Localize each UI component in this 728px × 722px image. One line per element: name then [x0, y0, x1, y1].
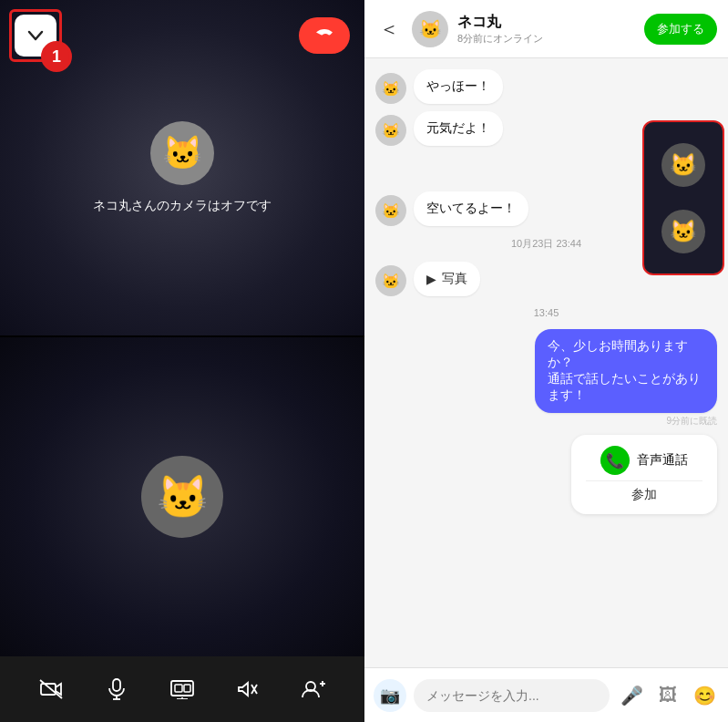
speaker-mute-icon [237, 679, 259, 699]
camera-off-label: ネコ丸さんのカメラはオフです [93, 198, 272, 214]
add-person-icon [302, 679, 325, 699]
join-call-label[interactable]: 参加 [631, 487, 657, 503]
chat-input-bar: 📷 🎤 🖼 😊 [364, 667, 728, 722]
overlay-avatar-2: 🐱 [661, 210, 705, 253]
message-bubble: 空いてるよー！ [414, 191, 528, 226]
screen-share-icon [170, 679, 194, 699]
remote-video: 1 🐱 ネコ丸さんのカメラはオフです [0, 0, 364, 337]
msg-avatar: 🐱 [375, 265, 406, 296]
msg-avatar: 🐱 [375, 195, 406, 226]
contact-status: 8分前にオンライン [457, 32, 635, 46]
chat-body: 🐱 やっほー！ 🐱 元気だよ！ 今度の 🐱 空いてるよー！ 10月23日 23:… [364, 58, 728, 667]
message-bubble-photo: ▶ 写真 [414, 262, 480, 296]
screen-share-button[interactable] [162, 669, 202, 709]
local-video: 🐱 [0, 337, 364, 656]
svg-rect-2 [113, 679, 120, 691]
svg-marker-10 [239, 683, 248, 696]
audio-call-row[interactable]: 📞 音声通話 [600, 446, 688, 475]
chevron-btn-wrapper: 1 [15, 15, 56, 57]
local-avatar: 🐱 [141, 456, 223, 538]
contact-avatar: 🐱 [412, 11, 448, 47]
svg-rect-0 [41, 684, 56, 695]
svg-rect-7 [184, 685, 190, 692]
message-bubble: 元気だよ！ [414, 111, 503, 146]
microphone-button[interactable] [97, 669, 137, 709]
divider [586, 480, 702, 481]
message-input[interactable] [414, 679, 610, 712]
camera-input-button[interactable]: 📷 [374, 679, 406, 712]
mic-input-button[interactable]: 🎤 [617, 681, 646, 710]
msg-avatar: 🐱 [375, 115, 406, 146]
chat-header: ＜ 🐱 ネコ丸 8分前にオンライン 参加する [364, 0, 728, 58]
call-card: 📞 音声通話 参加 [571, 435, 717, 514]
read-status: 9分前に既読 [666, 415, 717, 428]
message-text: 空いてるよー！ [426, 201, 516, 215]
image-input-button[interactable]: 🖼 [653, 681, 682, 710]
left-panel: 1 🐱 ネコ丸さんのカメラはオフです 🐱 [0, 0, 364, 722]
video-overlay: 🐱 🐱 2 [642, 120, 724, 275]
message-text: 元気だよ！ [426, 120, 490, 135]
message-bubble: やっほー！ [414, 69, 503, 104]
remote-avatar: 🐱 [150, 121, 214, 185]
mic-icon [108, 678, 125, 700]
overlay-avatar-1: 🐱 [661, 143, 705, 187]
right-panel: ＜ 🐱 ネコ丸 8分前にオンライン 参加する 🐱 やっほー！ 🐱 元気だよ！ [364, 0, 728, 722]
contact-info: ネコ丸 8分前にオンライン [457, 13, 635, 46]
camera-toggle-button[interactable] [31, 669, 71, 709]
message-text: 写真 [442, 271, 467, 287]
add-person-button[interactable] [293, 669, 333, 709]
message-row: 今、少しお時間ありますか？通話で話したいことがあります！ 9分前に既読 [375, 329, 717, 428]
audio-call-label: 音声通話 [637, 452, 688, 469]
message-text: 今、少しお時間ありますか？通話で話したいことがあります！ [548, 338, 701, 402]
svg-line-1 [40, 680, 62, 698]
sticker-input-button[interactable]: 😊 [690, 681, 719, 710]
sent-message-bubble: 今、少しお時間ありますか？通話で話したいことがあります！ [535, 329, 717, 413]
play-icon: ▶ [426, 272, 436, 286]
end-call-icon [314, 26, 334, 46]
contact-name: ネコ丸 [457, 13, 635, 32]
cat-emoji-remote: 🐱 [162, 134, 203, 172]
message-text: やっほー！ [426, 78, 490, 93]
call-card-wrapper: 📞 音声通話 参加 [375, 435, 717, 514]
timestamp-2: 13:45 [375, 307, 717, 318]
back-button[interactable]: ＜ [375, 12, 403, 46]
audio-call-icon: 📞 [600, 446, 630, 475]
message-row: 🐱 やっほー！ [375, 69, 717, 104]
end-call-button[interactable] [299, 17, 350, 54]
call-toolbar [0, 656, 364, 722]
call-top-bar: 1 [0, 15, 364, 57]
join-call-button[interactable]: 参加する [644, 14, 717, 45]
camera-off-icon [39, 679, 63, 699]
msg-avatar: 🐱 [375, 73, 406, 104]
svg-rect-6 [175, 685, 182, 692]
cat-emoji-local: 🐱 [157, 472, 209, 521]
badge-1: 1 [41, 41, 72, 72]
mute-button[interactable] [228, 669, 268, 709]
cat-avatar-emoji: 🐱 [419, 18, 442, 40]
